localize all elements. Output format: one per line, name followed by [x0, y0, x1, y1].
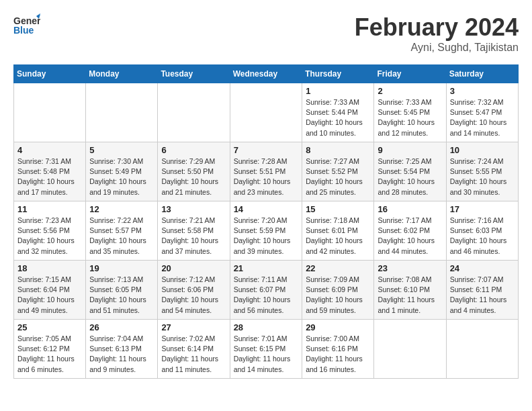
calendar-day-cell: 29Sunrise: 7:00 AM Sunset: 6:16 PM Dayli… [302, 320, 374, 379]
weekday-header: Wednesday [230, 65, 302, 83]
day-info: Sunrise: 7:09 AM Sunset: 6:09 PM Dayligh… [306, 275, 370, 316]
day-number: 24 [450, 263, 515, 273]
calendar-week-row: 4Sunrise: 7:31 AM Sunset: 5:48 PM Daylig… [14, 142, 519, 201]
day-info: Sunrise: 7:31 AM Sunset: 5:48 PM Dayligh… [17, 156, 82, 197]
day-number: 2 [378, 86, 442, 96]
day-number: 18 [17, 263, 82, 273]
day-number: 4 [17, 145, 82, 155]
day-number: 16 [378, 204, 442, 214]
calendar-day-cell: 25Sunrise: 7:05 AM Sunset: 6:12 PM Dayli… [14, 320, 86, 379]
calendar-day-cell: 13Sunrise: 7:21 AM Sunset: 5:58 PM Dayli… [158, 201, 230, 261]
day-info: Sunrise: 7:13 AM Sunset: 6:05 PM Dayligh… [89, 275, 154, 316]
logo-icon: General Blue [13, 13, 40, 38]
weekday-header: Tuesday [158, 65, 230, 83]
title-section: February 2024 Ayni, Sughd, Tajikistan [355, 13, 519, 54]
calendar-day-cell: 4Sunrise: 7:31 AM Sunset: 5:48 PM Daylig… [14, 142, 86, 201]
calendar-day-cell: 8Sunrise: 7:27 AM Sunset: 5:52 PM Daylig… [302, 142, 374, 201]
day-info: Sunrise: 7:00 AM Sunset: 6:16 PM Dayligh… [306, 334, 370, 375]
day-number: 10 [450, 145, 515, 155]
logo: General Blue [13, 13, 40, 38]
calendar-day-cell: 24Sunrise: 7:07 AM Sunset: 6:11 PM Dayli… [446, 261, 518, 320]
day-info: Sunrise: 7:12 AM Sunset: 6:06 PM Dayligh… [161, 275, 226, 316]
weekday-header: Monday [86, 65, 158, 83]
day-info: Sunrise: 7:22 AM Sunset: 5:57 PM Dayligh… [89, 216, 154, 257]
calendar-day-cell: 3Sunrise: 7:32 AM Sunset: 5:47 PM Daylig… [446, 83, 518, 142]
calendar-day-cell [14, 83, 86, 142]
calendar-day-cell: 16Sunrise: 7:17 AM Sunset: 6:02 PM Dayli… [374, 201, 446, 261]
day-number: 6 [161, 145, 226, 155]
day-info: Sunrise: 7:05 AM Sunset: 6:12 PM Dayligh… [17, 334, 82, 375]
day-info: Sunrise: 7:11 AM Sunset: 6:07 PM Dayligh… [234, 275, 299, 316]
day-info: Sunrise: 7:20 AM Sunset: 5:59 PM Dayligh… [234, 216, 299, 257]
day-info: Sunrise: 7:01 AM Sunset: 6:15 PM Dayligh… [234, 334, 299, 375]
day-number: 26 [89, 322, 154, 332]
day-number: 27 [161, 322, 226, 332]
day-info: Sunrise: 7:25 AM Sunset: 5:54 PM Dayligh… [378, 156, 442, 197]
calendar-day-cell: 9Sunrise: 7:25 AM Sunset: 5:54 PM Daylig… [374, 142, 446, 201]
day-info: Sunrise: 7:29 AM Sunset: 5:50 PM Dayligh… [161, 156, 226, 197]
day-number: 8 [306, 145, 370, 155]
day-number: 11 [17, 204, 82, 214]
day-number: 5 [89, 145, 154, 155]
calendar-day-cell: 12Sunrise: 7:22 AM Sunset: 5:57 PM Dayli… [86, 201, 158, 261]
calendar-day-cell: 21Sunrise: 7:11 AM Sunset: 6:07 PM Dayli… [230, 261, 302, 320]
calendar-day-cell: 27Sunrise: 7:02 AM Sunset: 6:14 PM Dayli… [158, 320, 230, 379]
svg-text:Blue: Blue [13, 25, 34, 36]
day-number: 15 [306, 204, 370, 214]
calendar-day-cell: 23Sunrise: 7:08 AM Sunset: 6:10 PM Dayli… [374, 261, 446, 320]
calendar-day-cell: 19Sunrise: 7:13 AM Sunset: 6:05 PM Dayli… [86, 261, 158, 320]
calendar-week-row: 1Sunrise: 7:33 AM Sunset: 5:44 PM Daylig… [14, 83, 519, 142]
day-info: Sunrise: 7:32 AM Sunset: 5:47 PM Dayligh… [450, 97, 515, 138]
day-info: Sunrise: 7:28 AM Sunset: 5:51 PM Dayligh… [234, 156, 299, 197]
day-number: 19 [89, 263, 154, 273]
location: Ayni, Sughd, Tajikistan [355, 42, 519, 54]
calendar-day-cell: 1Sunrise: 7:33 AM Sunset: 5:44 PM Daylig… [302, 83, 374, 142]
day-info: Sunrise: 7:21 AM Sunset: 5:58 PM Dayligh… [161, 216, 226, 257]
calendar-day-cell: 22Sunrise: 7:09 AM Sunset: 6:09 PM Dayli… [302, 261, 374, 320]
calendar-day-cell [86, 83, 158, 142]
weekday-header: Sunday [14, 65, 86, 83]
day-number: 9 [378, 145, 442, 155]
day-info: Sunrise: 7:08 AM Sunset: 6:10 PM Dayligh… [378, 275, 442, 316]
day-number: 21 [234, 263, 299, 273]
weekday-header: Thursday [302, 65, 374, 83]
calendar-day-cell: 14Sunrise: 7:20 AM Sunset: 5:59 PM Dayli… [230, 201, 302, 261]
calendar-day-cell: 11Sunrise: 7:23 AM Sunset: 5:56 PM Dayli… [14, 201, 86, 261]
calendar-day-cell: 6Sunrise: 7:29 AM Sunset: 5:50 PM Daylig… [158, 142, 230, 201]
day-number: 13 [161, 204, 226, 214]
calendar-day-cell [374, 320, 446, 379]
day-number: 3 [450, 86, 515, 96]
day-info: Sunrise: 7:24 AM Sunset: 5:55 PM Dayligh… [450, 156, 515, 197]
calendar-day-cell: 26Sunrise: 7:04 AM Sunset: 6:13 PM Dayli… [86, 320, 158, 379]
calendar-table: SundayMondayTuesdayWednesdayThursdayFrid… [13, 64, 519, 379]
calendar-day-cell: 18Sunrise: 7:15 AM Sunset: 6:04 PM Dayli… [14, 261, 86, 320]
calendar-week-row: 11Sunrise: 7:23 AM Sunset: 5:56 PM Dayli… [14, 201, 519, 261]
calendar-day-cell: 10Sunrise: 7:24 AM Sunset: 5:55 PM Dayli… [446, 142, 518, 201]
month-title: February 2024 [355, 13, 519, 42]
calendar-day-cell [446, 320, 518, 379]
weekday-header: Friday [374, 65, 446, 83]
day-info: Sunrise: 7:23 AM Sunset: 5:56 PM Dayligh… [17, 216, 82, 257]
day-info: Sunrise: 7:33 AM Sunset: 5:44 PM Dayligh… [306, 97, 370, 138]
day-number: 25 [17, 322, 82, 332]
day-number: 12 [89, 204, 154, 214]
day-info: Sunrise: 7:17 AM Sunset: 6:02 PM Dayligh… [378, 216, 442, 257]
day-info: Sunrise: 7:18 AM Sunset: 6:01 PM Dayligh… [306, 216, 370, 257]
day-number: 29 [306, 322, 370, 332]
calendar-day-cell: 2Sunrise: 7:33 AM Sunset: 5:45 PM Daylig… [374, 83, 446, 142]
day-info: Sunrise: 7:33 AM Sunset: 5:45 PM Dayligh… [378, 97, 442, 138]
day-number: 28 [234, 322, 299, 332]
day-info: Sunrise: 7:02 AM Sunset: 6:14 PM Dayligh… [161, 334, 226, 375]
calendar-day-cell [230, 83, 302, 142]
day-number: 23 [378, 263, 442, 273]
weekday-header: Saturday [446, 65, 518, 83]
day-info: Sunrise: 7:04 AM Sunset: 6:13 PM Dayligh… [89, 334, 154, 375]
calendar-day-cell: 17Sunrise: 7:16 AM Sunset: 6:03 PM Dayli… [446, 201, 518, 261]
day-info: Sunrise: 7:30 AM Sunset: 5:49 PM Dayligh… [89, 156, 154, 197]
calendar-day-cell: 20Sunrise: 7:12 AM Sunset: 6:06 PM Dayli… [158, 261, 230, 320]
calendar-day-cell: 15Sunrise: 7:18 AM Sunset: 6:01 PM Dayli… [302, 201, 374, 261]
day-info: Sunrise: 7:07 AM Sunset: 6:11 PM Dayligh… [450, 275, 515, 316]
day-number: 17 [450, 204, 515, 214]
day-number: 20 [161, 263, 226, 273]
calendar-day-cell: 5Sunrise: 7:30 AM Sunset: 5:49 PM Daylig… [86, 142, 158, 201]
